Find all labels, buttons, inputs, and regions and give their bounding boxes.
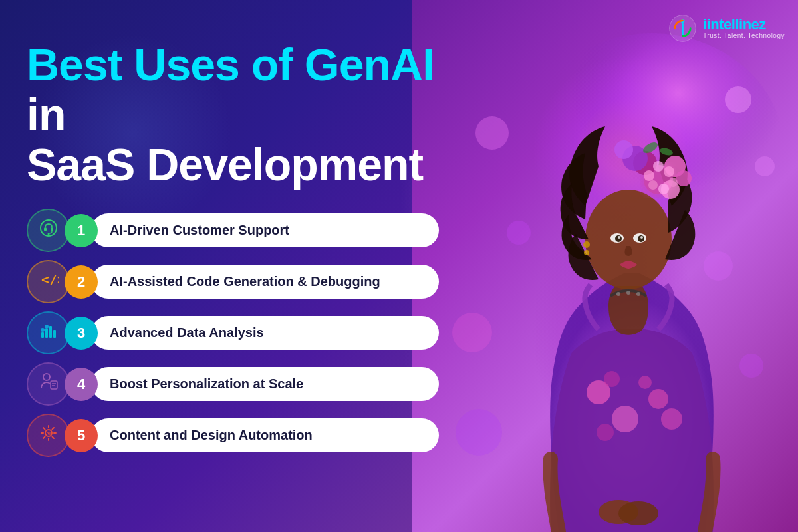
list-item-5: AI 5 Content and Design Automation xyxy=(27,414,439,457)
svg-point-7 xyxy=(661,408,682,430)
personalization-icon xyxy=(39,372,59,396)
svg-point-33 xyxy=(626,291,630,295)
page-container: iintellinez Trust. Talent. Technology Be… xyxy=(0,0,798,532)
item-icon-container-1 xyxy=(27,209,70,252)
item-number-badge-3: 3 xyxy=(65,317,98,350)
logo-name: iintellinez xyxy=(703,17,785,32)
item-label-2: AI-Assisted Code Generation & Debugging xyxy=(91,265,439,299)
svg-rect-55 xyxy=(45,329,48,338)
svg-point-58 xyxy=(41,328,45,332)
item-label-4: Boost Personalization at Scale xyxy=(91,367,439,401)
list-item-4: 4 Boost Personalization at Scale xyxy=(27,362,439,406)
title-line2: SaaS Development xyxy=(27,140,439,190)
svg-point-36 xyxy=(584,250,589,255)
person-image-area xyxy=(412,0,798,532)
main-title: Best Uses of GenAI in SaaS Development xyxy=(27,40,439,189)
item-label-3: Advanced Data Analysis xyxy=(91,316,439,350)
svg-point-38 xyxy=(618,501,658,525)
svg-rect-56 xyxy=(49,326,52,338)
item-icon-container-5: AI xyxy=(27,414,70,457)
svg-rect-54 xyxy=(41,332,44,338)
svg-point-41 xyxy=(452,313,492,352)
svg-text:</>: </> xyxy=(41,271,59,287)
svg-point-18 xyxy=(648,180,658,190)
svg-point-35 xyxy=(583,241,590,248)
svg-text:AI: AI xyxy=(46,431,51,436)
chart-icon xyxy=(39,321,59,345)
list-item-3: 3 Advanced Data Analysis xyxy=(27,311,439,354)
svg-point-59 xyxy=(45,325,49,329)
svg-point-45 xyxy=(456,409,502,456)
svg-point-14 xyxy=(653,161,664,172)
svg-rect-57 xyxy=(53,330,56,338)
code-icon: </> xyxy=(39,269,59,294)
item-icon-container-2: </> xyxy=(27,260,70,303)
svg-point-16 xyxy=(668,178,678,187)
item-icon-container-3 xyxy=(27,311,70,354)
svg-point-13 xyxy=(676,170,692,186)
svg-point-34 xyxy=(636,292,640,296)
svg-point-32 xyxy=(616,292,620,296)
left-content: Best Uses of GenAI in SaaS Development 1… xyxy=(27,40,439,457)
svg-point-30 xyxy=(618,236,620,239)
svg-point-6 xyxy=(597,424,614,441)
item-label-5: Content and Design Automation xyxy=(91,418,439,452)
svg-point-40 xyxy=(507,221,531,245)
title-line1: Best Uses of GenAI in xyxy=(27,40,439,140)
logo-tagline: Trust. Talent. Technology xyxy=(703,32,785,39)
svg-point-60 xyxy=(43,374,50,380)
svg-point-19 xyxy=(644,170,654,181)
logo-icon xyxy=(668,13,698,43)
automation-icon: AI xyxy=(39,423,59,448)
items-list: 1 AI-Driven Customer Support </> 2 AI-As… xyxy=(27,209,439,457)
logo-container: iintellinez Trust. Talent. Technology xyxy=(668,13,785,43)
svg-point-17 xyxy=(658,184,669,194)
svg-point-42 xyxy=(725,86,751,113)
svg-rect-50 xyxy=(44,227,47,231)
svg-point-43 xyxy=(755,156,775,176)
svg-rect-61 xyxy=(51,381,57,389)
title-in: in xyxy=(27,89,65,140)
svg-point-15 xyxy=(664,166,674,177)
svg-point-31 xyxy=(640,236,643,239)
svg-point-4 xyxy=(638,376,652,389)
svg-point-46 xyxy=(739,354,763,378)
item-label-1: AI-Driven Customer Support xyxy=(91,213,439,247)
svg-point-21 xyxy=(614,140,633,159)
svg-point-5 xyxy=(612,406,638,432)
logo-text: iintellinez Trust. Talent. Technology xyxy=(703,17,785,39)
list-item-2: </> 2 AI-Assisted Code Generation & Debu… xyxy=(27,260,439,303)
item-number-badge-5: 5 xyxy=(65,419,98,452)
person-silhouette xyxy=(439,33,785,532)
svg-point-2 xyxy=(604,371,620,387)
svg-point-39 xyxy=(475,116,509,150)
item-icon-container-4 xyxy=(27,362,70,406)
item-number-badge-4: 4 xyxy=(65,368,98,401)
svg-point-3 xyxy=(648,389,668,409)
svg-point-44 xyxy=(704,251,733,281)
title-highlight: Best Uses of GenAI xyxy=(27,39,434,90)
item-number-badge-1: 1 xyxy=(65,214,98,247)
svg-point-52 xyxy=(47,233,49,235)
item-number-badge-2: 2 xyxy=(65,265,98,299)
list-item-1: 1 AI-Driven Customer Support xyxy=(27,209,439,252)
svg-rect-51 xyxy=(51,227,53,231)
svg-point-8 xyxy=(585,190,672,289)
chat-headset-icon xyxy=(39,218,59,243)
